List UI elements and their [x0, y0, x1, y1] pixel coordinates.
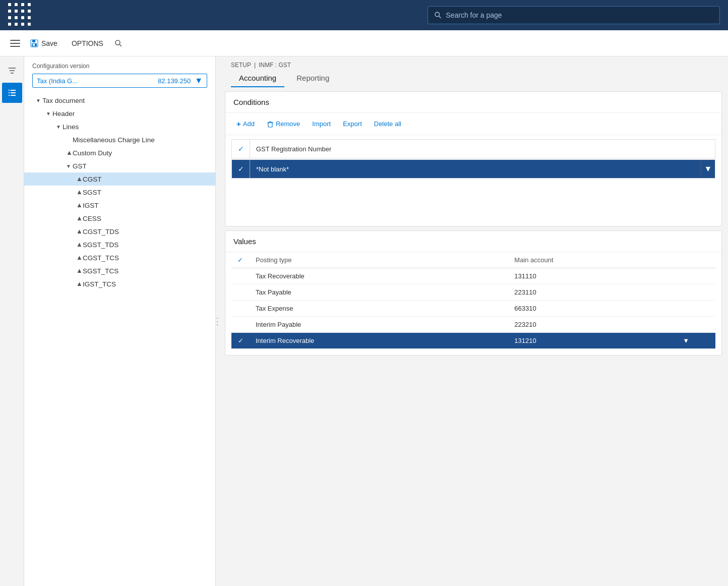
tabs-bar: Accounting Reporting: [219, 69, 728, 87]
svg-rect-16: [11, 95, 16, 96]
values-row[interactable]: Interim Payable 223210: [231, 317, 715, 333]
tree-label: IGST: [83, 202, 99, 209]
config-name: Tax (India G...: [37, 77, 158, 85]
tree-label: CGST: [83, 175, 102, 183]
tree-label: Lines: [63, 123, 79, 131]
row-check[interactable]: ✓: [231, 333, 250, 349]
condition-dropdown-icon[interactable]: ▼: [701, 160, 715, 178]
posting-type-column-header: Posting type: [250, 252, 508, 268]
posting-type-cell: Interim Payable: [250, 317, 508, 333]
side-icons: [0, 56, 24, 586]
breadcrumb-location: INMF : GST: [259, 62, 291, 69]
save-button[interactable]: Save: [24, 36, 64, 50]
tree-item-cess[interactable]: ▶ CESS: [24, 212, 215, 225]
tree-label: Header: [52, 110, 75, 118]
svg-rect-3: [32, 40, 35, 42]
row-actions: [695, 317, 715, 333]
condition-label: GST Registration Number: [250, 141, 715, 157]
condition-check-icon[interactable]: ✓: [232, 160, 250, 178]
tree-item-misc-charge-line[interactable]: ▶ Miscellaneous Charge Line: [24, 133, 215, 146]
hamburger-menu[interactable]: [8, 36, 22, 50]
main-account-cell: 131110: [508, 268, 695, 284]
options-button[interactable]: OPTIONS: [66, 36, 109, 50]
tree-label: SGST_TCS: [83, 267, 118, 275]
config-version: 82.139.250: [158, 77, 191, 85]
condition-label: *Not blank*: [250, 161, 701, 177]
main-layout: Configuration version Tax (India G... 82…: [0, 56, 728, 586]
main-account-cell: 223110: [508, 284, 695, 301]
breadcrumb-separator: |: [254, 62, 256, 69]
values-row[interactable]: Tax Recoverable 131110: [231, 268, 715, 284]
tree-item-sgst-tcs[interactable]: ▶ SGST_TCS: [24, 264, 215, 277]
svg-rect-11: [9, 90, 10, 91]
expand-arrow-icon: ▶: [75, 175, 83, 183]
posting-type-cell: Tax Expense: [250, 301, 508, 317]
global-search-bar[interactable]: [428, 6, 720, 24]
tab-reporting[interactable]: Reporting: [288, 69, 337, 87]
plus-icon: +: [236, 120, 241, 128]
conditions-toolbar: + Add Remove Import: [225, 113, 721, 135]
svg-rect-5: [33, 44, 35, 46]
row-actions: [695, 284, 715, 301]
expand-arrow-icon: ▶: [75, 254, 83, 262]
tree-item-igst[interactable]: ▶ IGST: [24, 199, 215, 212]
app-grid-icon[interactable]: [8, 3, 33, 28]
expand-arrow-icon: ▼: [54, 123, 63, 131]
tree-item-cgst-tcs[interactable]: ▶ CGST_TCS: [24, 251, 215, 264]
tree-item-cgst[interactable]: ▶ CGST: [24, 172, 215, 186]
remove-condition-button[interactable]: Remove: [262, 118, 305, 130]
values-row-selected[interactable]: ✓ Interim Recoverable 131210 ▼: [231, 333, 715, 349]
svg-rect-14: [11, 92, 16, 93]
trash-icon: [267, 121, 274, 128]
svg-rect-15: [9, 95, 10, 96]
tree-item-sgst-tds[interactable]: ▶ SGST_TDS: [24, 238, 215, 251]
expand-arrow-icon: ▶: [65, 149, 73, 157]
config-version-selector[interactable]: Tax (India G... 82.139.250 ▼: [32, 74, 207, 88]
values-section: Values ✓ Posting type Main account: [225, 230, 722, 356]
delete-all-condition-button[interactable]: Delete all: [369, 118, 406, 130]
row-dropdown-arrow-icon[interactable]: ▼: [683, 337, 689, 344]
row-check[interactable]: [231, 268, 250, 284]
tree-item-lines[interactable]: ▼ Lines: [24, 120, 215, 133]
tree-item-gst[interactable]: ▼ GST: [24, 159, 215, 172]
add-condition-button[interactable]: + Add: [231, 117, 260, 131]
row-check[interactable]: [231, 317, 250, 333]
expand-arrow-icon: ▶: [75, 188, 83, 196]
conditions-section-title: Conditions: [225, 92, 721, 113]
search-input[interactable]: [446, 11, 713, 19]
row-check[interactable]: [231, 301, 250, 317]
svg-point-6: [115, 40, 120, 45]
svg-rect-12: [11, 90, 16, 91]
row-check[interactable]: [231, 284, 250, 301]
main-account-cell: 663310: [508, 301, 695, 317]
tree-items: ▼ Tax document ▼ Header ▼ Lines ▶ Miscel…: [24, 92, 215, 586]
toolbar-search-icon[interactable]: [111, 36, 126, 50]
expand-arrow-icon: ▶: [75, 214, 83, 222]
values-row[interactable]: Tax Expense 663310: [231, 301, 715, 317]
condition-check-icon[interactable]: ✓: [232, 140, 250, 158]
expand-arrow-icon: ▼: [34, 96, 42, 104]
export-condition-button[interactable]: Export: [338, 118, 367, 130]
filter-icon[interactable]: [2, 61, 22, 81]
condition-row[interactable]: ✓ GST Registration Number: [231, 139, 715, 158]
tree-label: CESS: [83, 215, 101, 222]
values-row[interactable]: Tax Payable 223110: [231, 284, 715, 301]
tab-accounting[interactable]: Accounting: [231, 69, 284, 87]
tree-item-cgst-tds[interactable]: ▶ CGST_TDS: [24, 225, 215, 238]
search-icon: [434, 11, 442, 19]
condition-row-selected[interactable]: ✓ *Not blank* ▼: [231, 159, 715, 179]
tree-item-tax-document[interactable]: ▼ Tax document: [24, 94, 215, 107]
tree-item-custom-duty[interactable]: ▶ Custom Duty: [24, 146, 215, 159]
values-header-row: ✓ Posting type Main account: [231, 252, 715, 268]
tree-item-igst-tcs[interactable]: ▶ IGST_TCS: [24, 277, 215, 290]
posting-type-cell: Interim Recoverable: [250, 333, 508, 349]
tree-label: IGST_TCS: [83, 280, 116, 288]
tree-item-sgst[interactable]: ▶ SGST: [24, 186, 215, 199]
tree-label: Miscellaneous Charge Line: [73, 136, 155, 144]
expand-arrow-icon: ▶: [75, 267, 83, 275]
list-icon[interactable]: [2, 83, 22, 103]
import-condition-button[interactable]: Import: [307, 118, 336, 130]
tree-item-header[interactable]: ▼ Header: [24, 107, 215, 120]
tree-label: CGST_TDS: [83, 228, 119, 236]
svg-line-7: [119, 44, 122, 46]
